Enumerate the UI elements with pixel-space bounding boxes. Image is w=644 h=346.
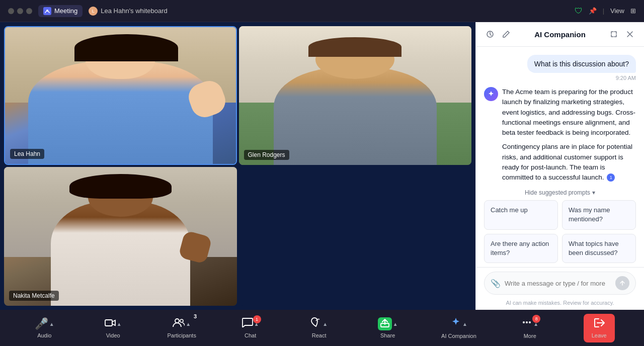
main-content: Lea Hahn Glen Rodgers (0, 22, 644, 310)
history-icon[interactable] (484, 28, 496, 40)
svg-point-9 (526, 321, 528, 323)
ai-companion-caret: ▲ (462, 321, 467, 327)
message-input-area: 📎 (476, 267, 644, 297)
video-cell-empty (239, 167, 472, 306)
window-min-dot[interactable] (17, 8, 23, 14)
user-message-container: What is this discussion about? 9:20 AM (484, 55, 636, 81)
video-cell-nakita[interactable]: Nakita Metcalfe (4, 167, 237, 306)
toolbar-chat[interactable]: 1 ▲ Chat (235, 317, 266, 338)
ai-message-content: The Acme team is preparing for the produ… (502, 87, 636, 185)
ai-companion-sidebar: AI Companion What is this discussion abo… (475, 22, 644, 310)
chat-icon-wrap: 1 ▲ (242, 317, 259, 330)
toolbar-participants[interactable]: 3 ▲ Participants (167, 317, 197, 338)
user-message-time: 9:20 AM (616, 75, 636, 81)
video-cell-glen[interactable]: Glen Rodgers (239, 26, 472, 165)
participants-caret: ▲ (186, 321, 191, 327)
participants-icon (173, 317, 185, 330)
shield-icon: 🛡 (575, 7, 583, 16)
more-label: More (524, 333, 536, 339)
audio-caret: ▲ (49, 321, 54, 327)
window-close-dot[interactable] (8, 8, 14, 14)
participants-count: 3 (194, 313, 197, 319)
bottom-toolbar: 🎤 ▲ Audio ▲ Video (0, 310, 644, 346)
meeting-badge[interactable]: Meeting (38, 5, 83, 17)
participant-name-lea: Lea Hahn (10, 149, 44, 159)
svg-rect-4 (105, 320, 112, 326)
svg-point-8 (523, 321, 525, 323)
whiteboard-avatar: L (89, 7, 98, 16)
share-icon (378, 317, 392, 330)
source-inline-badge: 1 (607, 174, 615, 182)
svg-point-5 (175, 319, 179, 323)
toolbar-video[interactable]: ▲ Video (98, 317, 128, 338)
leave-label: Leave (592, 332, 607, 338)
toolbar-share[interactable]: ▲ Share (373, 317, 403, 338)
participants-icon-wrap: 3 ▲ (173, 317, 191, 330)
video-icon (105, 317, 116, 330)
window-max-dot[interactable] (26, 8, 32, 14)
prompt-topics-discussed[interactable]: What topics have been discussed? (562, 234, 636, 263)
chevron-down-icon: ▾ (592, 189, 595, 196)
expand-icon[interactable] (608, 28, 620, 40)
participants-label: Participants (167, 332, 196, 338)
svg-point-6 (180, 319, 183, 322)
prompt-action-items[interactable]: Are there any action items? (484, 234, 558, 263)
pin-icon: 📌 (589, 7, 597, 15)
video-label: Video (106, 332, 120, 338)
toolbar-audio[interactable]: 🎤 ▲ Audio (29, 317, 59, 338)
ai-companion-title: AI Companion (516, 30, 604, 39)
ai-companion-toolbar-icon (450, 317, 461, 331)
ai-disclaimer: AI can make mistakes. Review for accurac… (476, 297, 644, 310)
hide-prompts-label: Hide suggested prompts (525, 189, 590, 196)
whiteboard-label: Lea Hahn's whiteboard (101, 7, 168, 15)
edit-icon[interactable] (500, 28, 512, 40)
more-icon (521, 317, 532, 331)
hide-prompts-button[interactable]: Hide suggested prompts ▾ (484, 189, 636, 196)
ai-response-p2: Contingency plans are in place for poten… (502, 142, 636, 183)
video-cell-lea[interactable]: Lea Hahn (4, 26, 237, 165)
svg-point-10 (529, 321, 531, 323)
react-label: React (312, 332, 327, 338)
user-message: What is this discussion about? (527, 55, 636, 73)
ai-header-right-icons (608, 28, 636, 40)
meeting-label: Meeting (54, 7, 77, 15)
grid-icon: ⊞ (630, 7, 636, 15)
share-label: Share (380, 332, 395, 338)
send-button[interactable] (615, 276, 629, 290)
ai-companion-icon-wrap: ▲ (450, 317, 467, 331)
title-bar: Meeting L Lea Hahn's whiteboard 🛡 📌 | Vi… (0, 0, 644, 22)
attachment-icon[interactable]: 📎 (491, 279, 501, 288)
prompts-grid: Catch me up Was my name mentioned? Are t… (484, 200, 636, 263)
toolbar-leave[interactable]: Leave (584, 314, 615, 342)
react-icon (310, 317, 321, 330)
ai-companion-header: AI Companion (476, 22, 644, 47)
video-area: Lea Hahn Glen Rodgers (0, 22, 475, 310)
whiteboard-link[interactable]: L Lea Hahn's whiteboard (89, 7, 168, 16)
close-icon[interactable] (624, 28, 636, 40)
toolbar-ai-companion[interactable]: ▲ AI Companion (441, 317, 476, 339)
share-caret: ▲ (393, 321, 398, 327)
more-badge: 8 (532, 315, 540, 323)
prompt-was-my-name[interactable]: Was my name mentioned? (562, 200, 636, 229)
prompt-catch-me-up[interactable]: Catch me up (484, 200, 558, 229)
share-icon-wrap: ▲ (378, 317, 398, 330)
ai-companion-label: AI Companion (441, 333, 476, 339)
participant-name-nakita: Nakita Metcalfe (9, 291, 59, 301)
ai-header-left-icons (484, 28, 512, 40)
ai-message-text: The Acme team is preparing for the produ… (502, 87, 636, 183)
chat-icon (242, 317, 253, 330)
meeting-icon (43, 7, 51, 15)
window-controls (8, 8, 32, 14)
video-icon-wrap: ▲ (105, 317, 122, 330)
ai-response-p1: The Acme team is preparing for the produ… (502, 87, 636, 138)
chat-badge: 1 (253, 315, 261, 323)
message-input[interactable] (505, 280, 611, 287)
ai-message-container: The Acme team is preparing for the produ… (484, 87, 636, 185)
view-label[interactable]: View (610, 7, 624, 15)
toolbar-react[interactable]: ▲ React (304, 317, 334, 338)
toolbar-more[interactable]: 8 ▲ More (515, 317, 545, 339)
audio-label: Audio (37, 332, 51, 338)
title-bar-right: 🛡 📌 | View ⊞ (575, 7, 636, 16)
participant-name-glen: Glen Rodgers (244, 150, 289, 160)
audio-icon: 🎤 (35, 317, 48, 330)
